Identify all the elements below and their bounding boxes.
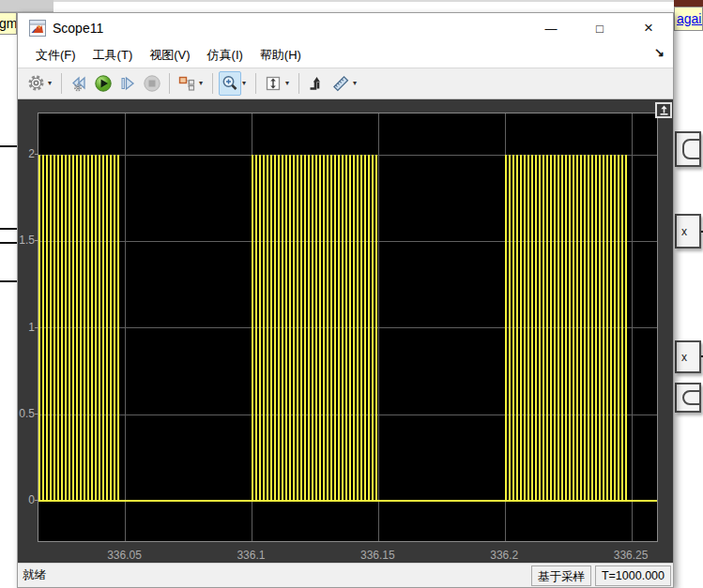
scope-axes[interactable] bbox=[38, 113, 658, 542]
toolbar-separator bbox=[298, 73, 299, 94]
matlab-scope-icon[interactable] bbox=[29, 20, 46, 37]
toolbar-separator bbox=[61, 73, 62, 94]
status-mode: 基于采样 bbox=[531, 565, 591, 586]
pulse-burst bbox=[252, 155, 377, 501]
autoscale-y-icon bbox=[264, 74, 283, 93]
signal-selector-caret[interactable]: ▾ bbox=[199, 79, 206, 87]
run-button[interactable] bbox=[92, 71, 115, 96]
signal-selector-icon bbox=[177, 74, 196, 93]
simulink-block-product[interactable]: x bbox=[675, 214, 701, 249]
run-icon bbox=[94, 74, 113, 93]
stop-button[interactable] bbox=[141, 71, 163, 96]
block-icon bbox=[682, 390, 701, 405]
titlebar[interactable]: Scope11 — □ × bbox=[18, 13, 673, 43]
close-button[interactable]: × bbox=[624, 13, 673, 43]
plot-region: 00.511.52336.05336.1336.15336.2336.25 bbox=[18, 99, 673, 563]
x-gridline bbox=[125, 113, 126, 541]
zoom-in-icon bbox=[221, 74, 239, 93]
window-title: Scope11 bbox=[53, 21, 103, 36]
y-tick bbox=[35, 240, 38, 241]
toolbar: ▾ bbox=[18, 68, 673, 99]
y-tick-label: 1.5 bbox=[18, 234, 35, 247]
annotation-gm-text: gm bbox=[0, 16, 17, 31]
step-forward-button[interactable] bbox=[116, 71, 139, 96]
toolbar-separator bbox=[169, 73, 170, 94]
measurements-caret[interactable]: ▾ bbox=[353, 79, 359, 87]
gear-icon bbox=[27, 74, 45, 92]
menu-help[interactable]: 帮助(H) bbox=[252, 44, 310, 67]
annotation-again-link[interactable]: again bbox=[677, 11, 703, 26]
x-tick-label: 336.1 bbox=[221, 549, 281, 562]
maximize-button[interactable]: □ bbox=[575, 13, 624, 43]
arrow-up-icon bbox=[659, 105, 669, 115]
x-gridline bbox=[632, 113, 633, 541]
zoom-button[interactable] bbox=[219, 71, 241, 96]
autoscale-caret[interactable]: ▾ bbox=[285, 79, 292, 87]
signal-line bbox=[0, 145, 17, 147]
status-text: 就绪 bbox=[18, 564, 529, 587]
trigger-button[interactable] bbox=[305, 71, 328, 96]
menubar: 文件(F) 工具(T) 视图(V) 仿真(I) 帮助(H) ↘ bbox=[18, 43, 673, 68]
step-forward-icon bbox=[118, 74, 137, 93]
signal-line bbox=[0, 242, 17, 244]
menu-tools[interactable]: 工具(T) bbox=[84, 44, 142, 67]
signal-selector-button[interactable] bbox=[176, 71, 198, 96]
y-tick bbox=[35, 154, 38, 155]
annotation-gm: gm bbox=[0, 12, 17, 35]
status-sim-time: T=1000.000 bbox=[595, 565, 671, 586]
trigger-icon bbox=[307, 74, 326, 93]
signal-line bbox=[0, 280, 17, 282]
y-tick bbox=[35, 414, 38, 415]
measurements-ruler-icon bbox=[331, 74, 350, 93]
statusbar: 就绪 基于采样 T=1000.000 bbox=[18, 563, 673, 587]
x-tick-label: 336.05 bbox=[95, 549, 155, 562]
pan-up-button[interactable] bbox=[655, 102, 672, 118]
y-tick bbox=[35, 327, 38, 328]
product-block-label: x bbox=[681, 350, 687, 363]
zoom-caret[interactable]: ▾ bbox=[242, 79, 249, 87]
simulink-block-outport[interactable] bbox=[675, 131, 701, 167]
measurements-button[interactable] bbox=[329, 71, 352, 96]
y-tick-label: 2 bbox=[18, 147, 35, 160]
menu-view[interactable]: 视图(V) bbox=[141, 44, 198, 67]
step-back-icon bbox=[69, 74, 88, 93]
y-tick bbox=[35, 500, 38, 501]
block-icon bbox=[682, 139, 701, 159]
toolbar-separator bbox=[212, 73, 213, 94]
stop-icon bbox=[143, 74, 161, 93]
minimize-button[interactable]: — bbox=[527, 13, 575, 43]
settings-caret[interactable]: ▾ bbox=[48, 79, 54, 87]
settings-button[interactable] bbox=[24, 71, 47, 96]
toolbar-separator bbox=[255, 73, 256, 94]
pulse-burst bbox=[38, 155, 121, 501]
simulink-block-product[interactable]: x bbox=[675, 340, 701, 373]
x-tick-label: 336.15 bbox=[347, 549, 407, 562]
step-back-button[interactable] bbox=[68, 71, 90, 96]
menu-simulation[interactable]: 仿真(I) bbox=[199, 44, 252, 67]
signal-baseline bbox=[38, 500, 657, 502]
background-titlebar-fragment bbox=[0, 0, 53, 12]
y-tick-label: 1 bbox=[18, 321, 35, 334]
simulink-block-outport[interactable] bbox=[675, 383, 701, 413]
annotation-again[interactable]: again bbox=[674, 7, 703, 31]
scope-window: Scope11 — □ × 文件(F) 工具(T) 视图(V) 仿真(I) 帮助… bbox=[17, 12, 674, 588]
pulse-burst bbox=[505, 155, 628, 501]
x-tick-label: 336.25 bbox=[601, 549, 661, 562]
product-block-label: x bbox=[681, 224, 687, 237]
x-tick-label: 336.2 bbox=[474, 549, 534, 562]
background-window-edge bbox=[0, 0, 674, 2]
autoscale-button[interactable] bbox=[262, 71, 284, 96]
background-accent-strip bbox=[674, 0, 703, 7]
signal-line bbox=[0, 228, 17, 230]
x-gridline bbox=[378, 113, 379, 541]
y-tick-label: 0.5 bbox=[18, 407, 35, 420]
dock-arrow-icon[interactable]: ↘ bbox=[654, 45, 665, 59]
y-tick-label: 0 bbox=[18, 493, 35, 506]
menu-file[interactable]: 文件(F) bbox=[27, 44, 84, 67]
